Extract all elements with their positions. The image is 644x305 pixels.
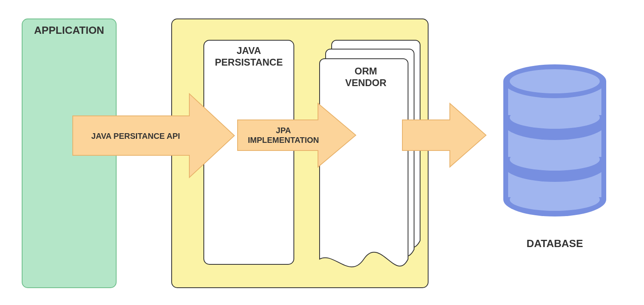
arrow-jpa-implementation-label: JPA IMPLEMENTATION bbox=[237, 126, 330, 145]
diagram-canvas: JAVA PERSISTANCE ORM VENDOR APPLICATION … bbox=[0, 0, 644, 305]
arrow-to-database bbox=[402, 103, 486, 167]
application-label: APPLICATION bbox=[22, 24, 117, 37]
java-persistance-label: JAVA PERSISTANCE bbox=[203, 45, 294, 68]
orm-vendor-label: ORM VENDOR bbox=[324, 66, 408, 89]
svg-point-16 bbox=[510, 69, 600, 93]
database-label: DATABASE bbox=[494, 237, 615, 250]
database-icon bbox=[494, 54, 615, 227]
arrow-jpa-api-label: JAVA PERSITANCE API bbox=[78, 131, 193, 141]
